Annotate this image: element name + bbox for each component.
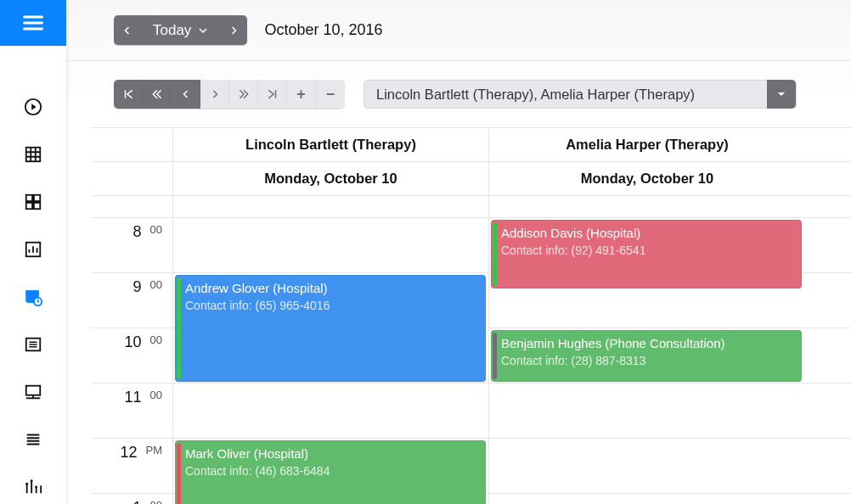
main: Today October 10, 2016 + − Lincoln Bartl… bbox=[66, 0, 851, 504]
grid-icon bbox=[24, 145, 42, 164]
appointment[interactable]: Benjamin Hughes (Phone Consultation)Cont… bbox=[491, 330, 802, 382]
stack-icon bbox=[24, 430, 42, 449]
time-minute: 00 bbox=[150, 278, 162, 291]
hamburger-button[interactable] bbox=[0, 0, 66, 46]
double-chevron-left-icon bbox=[151, 88, 163, 100]
resource-cell[interactable] bbox=[173, 218, 489, 272]
fast-next-button[interactable] bbox=[229, 80, 258, 109]
nav-calendar[interactable] bbox=[23, 287, 43, 307]
hamburger-icon bbox=[21, 11, 45, 35]
chevron-left-icon bbox=[122, 25, 132, 36]
resource-cell[interactable] bbox=[173, 384, 489, 438]
nav-paging-group: + − bbox=[114, 80, 345, 109]
time-minute: 00 bbox=[150, 499, 162, 504]
fast-prev-button[interactable] bbox=[143, 80, 172, 109]
time-hour: 10 bbox=[125, 333, 142, 351]
appointment-title: Mark Oliver (Hospital) bbox=[185, 446, 477, 461]
time-label: 900 bbox=[92, 273, 173, 328]
next-date-button[interactable] bbox=[220, 15, 247, 45]
list-icon bbox=[24, 335, 42, 354]
first-icon bbox=[122, 88, 134, 100]
appointment[interactable]: Addison Davis (Hospital)Contact info: (9… bbox=[491, 220, 802, 288]
date-header-0: Monday, October 10 bbox=[173, 162, 489, 195]
monitor-icon bbox=[24, 383, 42, 401]
chevron-right-icon bbox=[228, 25, 239, 36]
time-hour: 9 bbox=[133, 278, 142, 296]
chevron-left-icon bbox=[181, 89, 191, 99]
time-hour: 1 bbox=[133, 499, 142, 504]
resource-cell[interactable] bbox=[489, 439, 805, 493]
date-header-1: Monday, October 10 bbox=[489, 162, 805, 195]
resource-select-caret[interactable] bbox=[767, 80, 796, 109]
time-hour: 12 bbox=[120, 444, 137, 462]
spacer-row bbox=[92, 196, 851, 218]
zoom-in-button[interactable]: + bbox=[287, 80, 316, 109]
minus-icon: − bbox=[326, 86, 335, 104]
appointment-subtitle: Contact info: (92) 491-6541 bbox=[501, 244, 793, 257]
prev-button[interactable] bbox=[172, 80, 200, 109]
svg-point-14 bbox=[35, 486, 37, 489]
appointment-subtitle: Contact info: (46) 683-6484 bbox=[185, 464, 477, 478]
today-button[interactable]: Today bbox=[141, 15, 220, 45]
appointment-title: Addison Davis (Hospital) bbox=[501, 226, 793, 240]
time-grid[interactable]: 8009001000110012PM100Andrew Glover (Hosp… bbox=[92, 218, 851, 504]
time-label: 800 bbox=[92, 218, 173, 272]
prev-date-button[interactable] bbox=[114, 15, 141, 45]
scheduler-toolbar: + − Lincoln Bartlett (Therapy), Amelia H… bbox=[66, 61, 851, 127]
time-label: 12PM bbox=[92, 439, 173, 493]
nav-grid[interactable] bbox=[23, 144, 43, 165]
caret-down-icon bbox=[776, 89, 786, 99]
nav-monitor[interactable] bbox=[23, 382, 43, 402]
svg-rect-8 bbox=[26, 291, 39, 294]
last-button[interactable] bbox=[258, 80, 287, 109]
resource-cell[interactable] bbox=[489, 494, 805, 504]
appointment-stripe bbox=[493, 333, 497, 379]
today-button-group: Today bbox=[114, 15, 247, 45]
nav-stack[interactable] bbox=[23, 429, 43, 450]
plus-icon: + bbox=[296, 86, 306, 104]
nav-list[interactable] bbox=[23, 334, 43, 355]
analytics-icon bbox=[24, 478, 42, 496]
resource-select[interactable]: Lincoln Bartlett (Therapy), Amelia Harpe… bbox=[364, 80, 797, 109]
svg-rect-2 bbox=[26, 195, 32, 201]
appointment[interactable]: Mark Oliver (Hospital)Contact info: (46)… bbox=[175, 440, 486, 504]
play-icon bbox=[24, 98, 42, 116]
time-minute: 00 bbox=[150, 223, 162, 236]
next-button[interactable] bbox=[200, 80, 229, 109]
svg-rect-4 bbox=[26, 203, 32, 209]
appointment-stripe bbox=[177, 277, 181, 379]
time-label: 100 bbox=[92, 494, 173, 504]
chevron-right-icon bbox=[210, 89, 220, 99]
svg-rect-3 bbox=[34, 195, 40, 201]
appointment-title: Andrew Glover (Hospital) bbox=[185, 281, 477, 295]
svg-rect-5 bbox=[34, 203, 40, 209]
resource-header-row: Lincoln Bartlett (Therapy) Amelia Harper… bbox=[92, 128, 851, 162]
svg-point-12 bbox=[25, 483, 28, 485]
time-minute: 00 bbox=[150, 389, 162, 401]
nav-play[interactable] bbox=[23, 97, 43, 117]
double-chevron-right-icon bbox=[238, 88, 250, 100]
nav-analytics[interactable] bbox=[23, 477, 43, 497]
last-icon bbox=[267, 88, 279, 100]
svg-rect-11 bbox=[26, 386, 41, 395]
appointment-stripe bbox=[493, 222, 497, 286]
time-label: 1100 bbox=[92, 384, 173, 438]
time-minute: PM bbox=[146, 444, 163, 456]
resource-cell[interactable] bbox=[489, 384, 805, 438]
appointment-title: Benjamin Hughes (Phone Consultation) bbox=[501, 336, 793, 350]
time-label: 1000 bbox=[92, 328, 173, 383]
nav-chart[interactable] bbox=[23, 239, 43, 260]
first-button[interactable] bbox=[114, 80, 143, 109]
appointment-subtitle: Contact info: (65) 965-4016 bbox=[185, 299, 477, 312]
appointment-subtitle: Contact info: (28) 887-8313 bbox=[501, 354, 793, 367]
calendar-clock-icon bbox=[24, 288, 42, 306]
appointment-stripe bbox=[177, 443, 181, 504]
time-hour: 11 bbox=[125, 389, 142, 406]
time-minute: 00 bbox=[150, 333, 162, 346]
appointment[interactable]: Andrew Glover (Hospital)Contact info: (6… bbox=[175, 275, 486, 382]
resource-header-1: Amelia Harper (Therapy) bbox=[489, 128, 805, 161]
chevron-down-icon bbox=[198, 25, 208, 36]
sidebar bbox=[0, 0, 66, 504]
nav-panels[interactable] bbox=[23, 192, 43, 212]
zoom-out-button[interactable]: − bbox=[316, 80, 345, 109]
